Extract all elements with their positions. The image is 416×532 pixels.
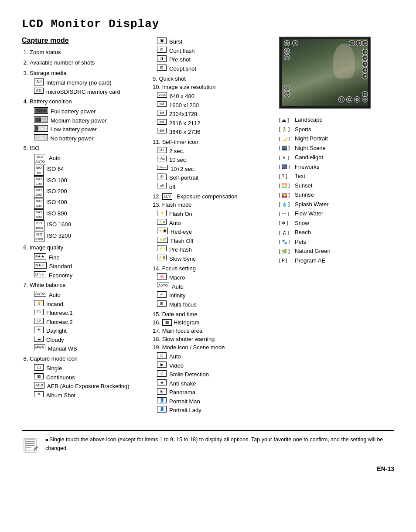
cam-num-11: ⑪ [362, 96, 368, 102]
quality-standard: N★☆Standard [34, 262, 148, 271]
size-sub: VGA640 x 480 2M1600 x1200 4M2304x1728 6M… [153, 92, 275, 136]
battery-medium: ▓▓▒▒ Medium battery power [34, 116, 148, 125]
list-item-1: Zoom status [30, 48, 148, 57]
burst-couplshot: ⊟Coupl.shot [157, 65, 275, 73]
item-9: 9. Quick shot [153, 75, 275, 82]
wb-daylight: ☀Daylight [34, 327, 148, 335]
iso-sub: ISOAUTOAuto ISO64ISO 64 ISO100ISO 100 IS… [30, 154, 148, 242]
mode-portrait-man: 👤Portrait Man [157, 397, 275, 406]
capture-aeb: AEBAEB (Auto Exposure Bracketing) [34, 382, 148, 391]
timer-10s: ↺₁₀10 sec. [157, 156, 275, 164]
iso-3200: ISO3200ISO 3200 [34, 232, 148, 242]
cam-num-4: ④ [362, 40, 368, 46]
list-item-7: White balance AUTOAuto 💡Incand. F1Fluore… [30, 281, 148, 353]
focus-multi: ⊞Multi-focus [157, 300, 275, 309]
quality-economy: B☆☆Economy [34, 271, 148, 280]
item-16: 16. ▦ Histogram [153, 319, 275, 326]
quality-fine: F★★Fine [34, 253, 148, 262]
scene-list: [ ⛰ ] Landscape [ 🏃 ] Sports [ 🌙 ] Night… [279, 116, 394, 265]
wb-manual: MWBManual WB [34, 344, 148, 353]
list-item-5: ISO ISOAUTOAuto ISO64ISO 64 ISO100ISO 10… [30, 144, 148, 242]
cam-num-9: ⑨ [362, 73, 368, 79]
iso-800: ISO800ISO 800 [34, 209, 148, 220]
cam-num-13: ⑬ [346, 96, 352, 102]
iso-100: ISO100ISO 100 [34, 176, 148, 187]
camera-subject [333, 44, 355, 78]
item-18: 18. Slow shutter warning [153, 336, 275, 342]
cam-num-3: ③ [356, 40, 362, 46]
quality-sub: F★★Fine N★☆Standard B☆☆Economy [30, 253, 148, 280]
scene-beach: [ 🏖 ] Beach [279, 228, 394, 237]
scene-flow-water: [ 〰 ] Flow Water [279, 209, 394, 218]
battery-none: ░░░░ No battery power [34, 134, 148, 143]
iso-1600: ISO1600ISO 1600 [34, 220, 148, 231]
flash-redeye: ⚡◉Red-eye [157, 228, 275, 236]
item-12: 12. ±EV Exposure compensation [153, 193, 275, 200]
mode-auto: □Auto [157, 352, 275, 361]
scene-pets: [ 🐾 ] Pets [279, 238, 394, 246]
mode19-sub: □Auto ▶Video ☺Smile Detection ◈Anti-shak… [153, 352, 275, 415]
mode-video: ▶Video [157, 361, 275, 370]
cam-num-17: ⑰ [284, 54, 290, 60]
battery-full: ▓▓▓▓ Full battery power [34, 107, 148, 116]
iso-400: ISO400ISO 400 [34, 198, 148, 208]
flash-on: ⚡Flash On [157, 210, 275, 218]
item-10: 10. Image size resolution [153, 84, 275, 90]
item-19: 19. Mode icon / Scene mode [153, 344, 275, 351]
item-17: 17. Main focus area [153, 327, 275, 334]
wb-incand: 💡Incand. [34, 300, 148, 309]
capture-mode-heading: Capture mode [22, 37, 148, 44]
flash-sub: ⚡Flash On ⚡AAuto ⚡◉Red-eye ⚡∅Flash Off ⚡… [153, 210, 275, 263]
scene-sunrise: [ 🌄 ] Sunrise [279, 191, 394, 199]
storage-sub: INT Internal memory (no card) SD microSD… [30, 78, 148, 96]
item-13: 13. Flash mode [153, 201, 275, 208]
scene-snow: [ ❄ ] Snow [279, 219, 394, 228]
scene-text: [ T ] Text [279, 172, 394, 181]
capture-sub: ◫Single ▦Continuous AEBAEB (Auto Exposur… [30, 364, 148, 399]
cam-num-2: ② [349, 40, 355, 46]
cam-num-5: ⑤ [362, 49, 368, 55]
iso-64: ISO64ISO 64 [34, 165, 148, 175]
footer-section: Single touch the above icon (except for … [22, 430, 394, 457]
wb-sub: AUTOAuto 💡Incand. F1Fluoresc.1 F2Fluores… [30, 291, 148, 353]
camera-screen: ⑲ ① ② ③ ④ ⑤ ⑥ ⑦ ⑧ ⑨ ⑩ ⑪ ⑫ ⑬ ⑭ ⑮ ⑱ [279, 37, 371, 109]
burst-contflash: ⊡Cont.flash [157, 47, 275, 55]
burst-sub: ▣Burst ⊡Cont.flash ◑Pre-shot ⊟Coupl.shot [153, 38, 275, 73]
timer-sub: ↺₂2 sec. ↺₁₀10 sec. ↺₁₀₊₂10+2 sec. ◎Self… [153, 147, 275, 191]
flash-off: ⚡∅Flash Off [157, 237, 275, 246]
page-number: EN-13 [22, 465, 394, 472]
timer-2s: ↺₂2 sec. [157, 147, 275, 156]
cam-num-6: ⑥ [362, 55, 368, 61]
page-title: LCD Monitor Display [22, 17, 394, 31]
camera-preview: ⑲ ① ② ③ ④ ⑤ ⑥ ⑦ ⑧ ⑨ ⑩ ⑪ ⑫ ⑬ ⑭ ⑮ ⑱ [282, 39, 368, 106]
iso-auto: ISOAUTOAuto [34, 154, 148, 164]
mode-portrait-lady: 👤Portrait Lady [157, 406, 275, 415]
footer-note: Single touch the above icon (except for … [45, 435, 394, 453]
timer-off: offoff [157, 183, 275, 191]
scene-program-ae: [ P ] Program AE [279, 256, 394, 265]
list-item-2: Available number of shots [30, 58, 148, 68]
scene-splash-water: [ 💧 ] Splash Water [279, 200, 394, 209]
mode-panorama: ⊞Panorama [157, 388, 275, 397]
focus-auto: AUTOAuto [157, 283, 275, 291]
wb-auto: AUTOAuto [34, 291, 148, 300]
scene-candlelight: [ 🕯 ] Candlelight [279, 153, 394, 162]
list-item-3: Storage media INT Internal memory (no ca… [30, 69, 148, 96]
cam-num-1: ① [292, 40, 298, 46]
timer-10+2s: ↺₁₀₊₂10+2 sec. [157, 165, 275, 174]
list-item-6: Image quality F★★Fine N★☆Standard B☆☆Eco… [30, 243, 148, 280]
size-6mp: 6M2816 x 2112 [157, 119, 275, 128]
flash-preflash: ⚡↑Pre-flash [157, 246, 275, 254]
cam-num-8: ⑧ [362, 67, 368, 73]
battery-low: ▓░░░ Low battery power [34, 125, 148, 134]
wb-fluor1: F1Fluoresc.1 [34, 309, 148, 317]
size-vga: VGA640 x 480 [157, 92, 275, 101]
mode-antishake: ◈Anti-shake [157, 379, 275, 388]
capture-album: ≡Album Shot [34, 391, 148, 400]
cam-num-18: ⑱ [284, 48, 290, 54]
cam-num-15: ⑮ [284, 91, 290, 97]
scene-landscape: [ ⛰ ] Landscape [279, 116, 394, 124]
flash-slowsync: ⚡SSlow Sync [157, 255, 275, 263]
item-14: 14. Focus setting [153, 265, 275, 272]
main-list: Zoom status Available number of shots St… [22, 48, 148, 399]
